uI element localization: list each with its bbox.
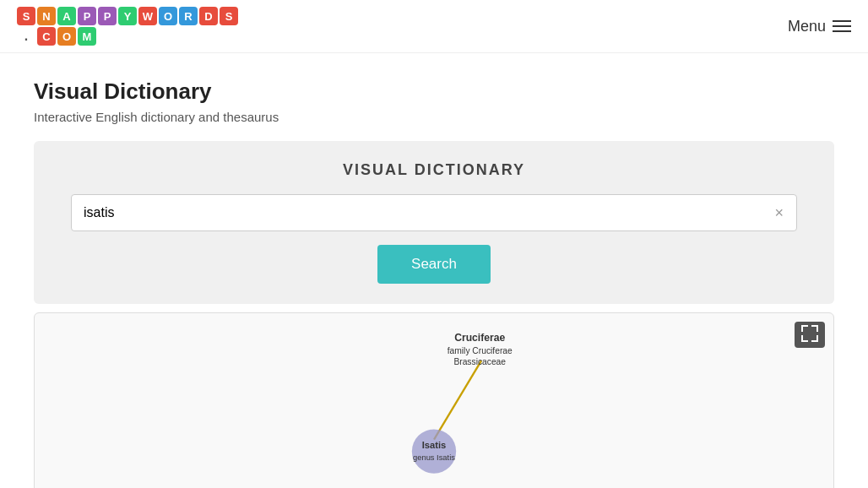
search-input-wrapper: ×	[71, 194, 797, 231]
logo[interactable]: SNAPPYWORDS.COM	[17, 7, 152, 46]
panel-heading: VISUAL DICTIONARY	[51, 161, 817, 179]
svg-point-4	[412, 429, 456, 473]
search-row: ×	[51, 194, 817, 231]
hamburger-icon[interactable]	[833, 20, 851, 32]
clear-button[interactable]: ×	[769, 203, 789, 224]
search-btn-row: Search	[51, 245, 817, 284]
header: SNAPPYWORDS.COM Menu	[0, 0, 868, 53]
search-input[interactable]	[71, 194, 797, 231]
page-subtitle: Interactive English dictionary and thesa…	[34, 110, 834, 124]
svg-text:Cruciferae: Cruciferae	[454, 332, 505, 344]
svg-text:family Cruciferae: family Cruciferae	[448, 346, 513, 355]
svg-line-0	[434, 361, 481, 439]
page-content: Visual Dictionary Interactive English di…	[0, 53, 868, 488]
dictionary-panel: VISUAL DICTIONARY × Search	[34, 141, 834, 304]
svg-text:Isatis: Isatis	[422, 440, 447, 450]
menu-label: Menu	[788, 18, 826, 35]
visual-network: Cruciferae family Cruciferae Brassicacea…	[35, 313, 833, 488]
visual-area: Cruciferae family Cruciferae Brassicacea…	[34, 312, 834, 488]
search-button[interactable]: Search	[377, 245, 491, 284]
page-title: Visual Dictionary	[34, 79, 834, 105]
svg-text:genus Isatis: genus Isatis	[413, 453, 455, 462]
svg-text:Brassicaceae: Brassicaceae	[453, 357, 506, 366]
nav-menu[interactable]: Menu	[788, 18, 851, 35]
